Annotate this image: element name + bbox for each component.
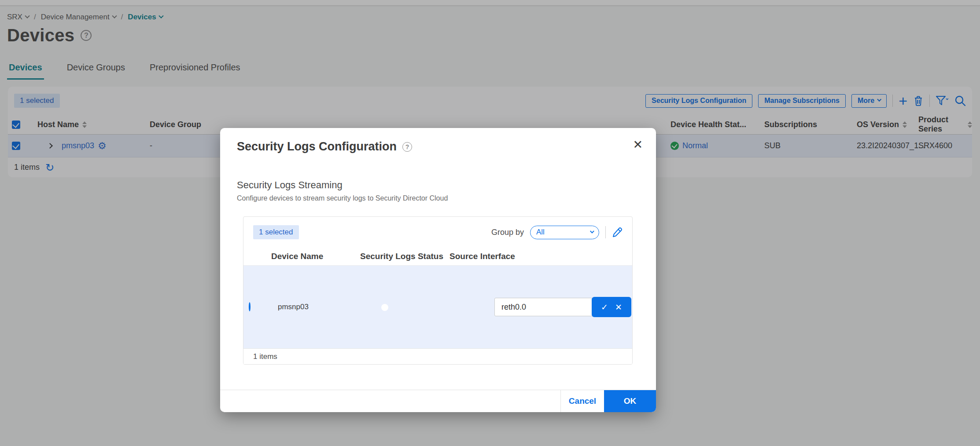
section-title: Security Logs Streaming bbox=[237, 179, 343, 191]
streaming-table-footer: 1 items bbox=[243, 348, 632, 365]
source-interface-input[interactable] bbox=[494, 298, 593, 316]
column-header-security-logs-status: Security Logs Status bbox=[360, 252, 449, 261]
group-by-value: All bbox=[536, 228, 545, 237]
streaming-table-panel: 1 selected Group by All Device Name Secu… bbox=[243, 216, 633, 365]
close-icon[interactable]: ✕ bbox=[633, 139, 643, 150]
group-by-controls: Group by All bbox=[491, 226, 623, 239]
pencil-icon bbox=[612, 227, 623, 238]
ok-button[interactable]: OK bbox=[604, 390, 656, 412]
device-name-cell: pmsnp03 bbox=[271, 303, 309, 311]
toolbar-divider bbox=[605, 226, 606, 238]
group-by-dropdown[interactable]: All bbox=[530, 226, 599, 239]
security-logs-configuration-modal: Security Logs Configuration ? ✕ Security… bbox=[220, 128, 656, 412]
cancel-button[interactable]: Cancel bbox=[560, 390, 604, 412]
items-count: 1 items bbox=[253, 352, 277, 361]
section-subtitle: Configure devices to stream security log… bbox=[237, 194, 448, 202]
modal-title: Security Logs Configuration bbox=[237, 140, 397, 154]
chevron-down-icon bbox=[590, 229, 594, 233]
help-icon[interactable]: ? bbox=[402, 142, 412, 152]
column-header-source-interface: Source Interface bbox=[449, 252, 632, 261]
streaming-toolbar: 1 selected Group by All bbox=[243, 217, 632, 248]
modal-footer: Cancel OK bbox=[220, 390, 656, 412]
streaming-table-row: pmsnp03 ✓ ✕ bbox=[243, 266, 632, 348]
row-radio-button[interactable] bbox=[249, 302, 251, 311]
column-header-device-name: Device Name bbox=[271, 252, 360, 261]
confirm-button-group: ✓ ✕ bbox=[592, 297, 631, 317]
cancel-x-icon[interactable]: ✕ bbox=[615, 302, 622, 312]
selected-count-badge: 1 selected bbox=[253, 225, 299, 239]
check-icon[interactable]: ✓ bbox=[601, 302, 608, 312]
edit-button[interactable] bbox=[612, 227, 623, 238]
modal-header: Security Logs Configuration ? ✕ bbox=[220, 128, 656, 154]
group-by-label: Group by bbox=[491, 228, 524, 237]
streaming-table-header: Device Name Security Logs Status Source … bbox=[243, 248, 632, 266]
